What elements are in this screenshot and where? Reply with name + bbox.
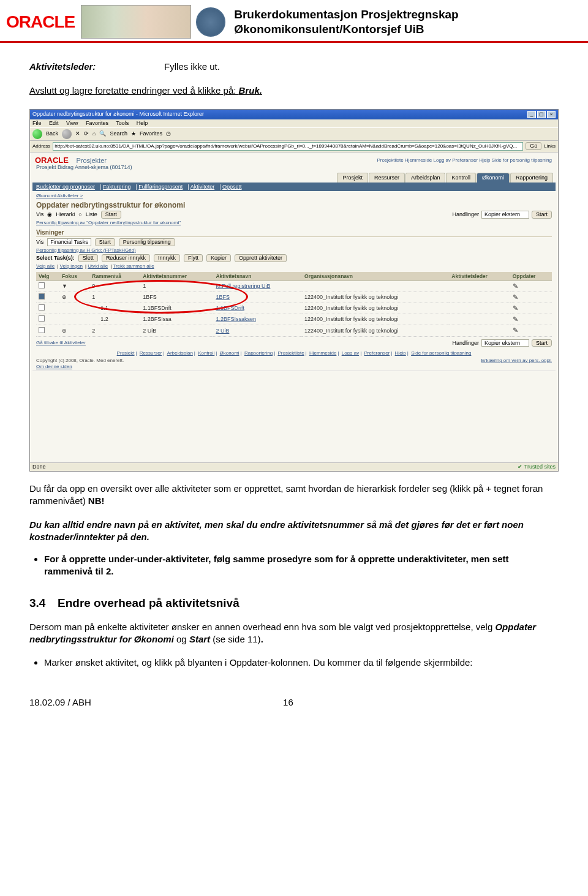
browser-menubar: File Edit View Favorites Tools Help: [30, 119, 558, 127]
bl-5[interactable]: Rapportering: [244, 350, 273, 356]
radio-hierarki[interactable]: ◉: [47, 211, 52, 218]
focus-icon[interactable]: ⊕: [59, 325, 89, 336]
bl-2[interactable]: Arbeidsplan: [167, 350, 193, 356]
menu-file[interactable]: File: [32, 120, 42, 126]
btn-innrykk[interactable]: Innrykk: [154, 254, 180, 262]
close-icon[interactable]: ×: [547, 111, 556, 118]
cell-org: 122400_Institutt for fysikk og teknologi: [302, 303, 449, 314]
bl-9[interactable]: Preferanser: [364, 350, 390, 356]
pencil-icon[interactable]: ✎: [510, 325, 552, 336]
menu-view[interactable]: View: [66, 120, 78, 126]
bl-3[interactable]: Kontroll: [198, 350, 214, 356]
stop-icon[interactable]: ✕: [75, 130, 80, 137]
page-header: ORACLE Brukerdokumentasjon Prosjektregns…: [0, 0, 588, 43]
history-icon[interactable]: ◷: [166, 130, 171, 137]
top-links[interactable]: Prosjektliste Hjemmeside Logg av Prefera…: [32, 157, 556, 164]
tab-prosjekt[interactable]: Prosjekt: [337, 173, 368, 183]
menu-edit[interactable]: Edit: [49, 120, 59, 126]
pers-tilp-button[interactable]: Personlig tilpasning: [119, 238, 175, 246]
handlinger-select-2[interactable]: Kopier ekstern: [481, 339, 529, 347]
field-value: Fylles ikke ut.: [164, 61, 220, 72]
focus-icon[interactable]: ▼: [59, 280, 89, 292]
tab-okonomi[interactable]: Økonomi: [477, 173, 510, 183]
focus-icon[interactable]: [59, 303, 89, 314]
subtab-budsjetter[interactable]: Budsjetter og prognoser: [36, 184, 95, 190]
erklaering-link[interactable]: Erklæring om vern av pers. oppl.: [481, 358, 552, 363]
personalize-link-1[interactable]: Personlig tilpasning av "Oppdater nedbry…: [36, 220, 552, 226]
btn-reduser[interactable]: Reduser innrykk: [102, 254, 150, 262]
favorites-icon[interactable]: ★: [131, 130, 136, 137]
refresh-icon[interactable]: ⟳: [84, 130, 89, 137]
favorites-label[interactable]: Favorites: [140, 130, 162, 137]
bl-10[interactable]: Hjelp: [395, 350, 406, 356]
subtab-oppsett[interactable]: Oppsett: [222, 184, 242, 190]
link-velg-ingen[interactable]: Velg ingen: [60, 263, 83, 269]
bl-6[interactable]: Prosjektliste: [277, 350, 304, 356]
link-utvid[interactable]: Utvid alle: [88, 263, 108, 269]
cell-rammeniva: 1.1: [89, 303, 140, 314]
bl-11[interactable]: Side for personlig tilpasning: [411, 350, 471, 356]
bl-0[interactable]: Prosjekt: [117, 350, 135, 356]
radio-liste[interactable]: ○: [78, 211, 81, 218]
link-velg-alle[interactable]: Velg alle: [36, 263, 55, 269]
bl-1[interactable]: Ressurser: [140, 350, 162, 356]
address-input[interactable]: [53, 142, 523, 151]
go-button[interactable]: Go: [526, 142, 541, 150]
save-instruction: Avslutt og lagre foretatte endringer ved…: [29, 85, 559, 96]
subtab-fullf[interactable]: Fullføringsprosent: [138, 184, 183, 190]
links-label[interactable]: Links: [544, 143, 556, 149]
row-checkbox[interactable]: [39, 315, 45, 322]
handlinger-label: Handlinger: [452, 211, 479, 218]
row-checkbox[interactable]: [39, 304, 45, 311]
bl-7[interactable]: Hjemmeside: [309, 350, 336, 356]
tab-kontroll[interactable]: Kontroll: [446, 173, 476, 183]
hgrid-link[interactable]: Personlig tilpasning av H Grid: (FPTaskH…: [36, 247, 552, 254]
start-button[interactable]: Start: [101, 211, 121, 219]
pencil-icon[interactable]: ✎: [510, 303, 552, 314]
menu-help[interactable]: Help: [137, 120, 148, 126]
bl-4[interactable]: Økonomi: [220, 350, 239, 356]
menu-tools[interactable]: Tools: [116, 120, 129, 126]
focus-icon[interactable]: ⊕: [59, 292, 89, 303]
row-checkbox[interactable]: [39, 282, 45, 288]
maximize-icon[interactable]: ▢: [537, 111, 546, 118]
th-org: Organisasjonsnavn: [302, 272, 449, 281]
back-label[interactable]: Back: [46, 130, 58, 137]
start-button-4[interactable]: Start: [532, 339, 552, 347]
pencil-icon[interactable]: ✎: [510, 314, 552, 325]
vis2-select[interactable]: Financial Tasks: [47, 238, 91, 246]
row-checkbox[interactable]: [39, 327, 45, 333]
start-button-2[interactable]: Start: [532, 211, 552, 219]
pencil-icon[interactable]: ✎: [510, 280, 552, 292]
back-link[interactable]: Gå tilbake til Aktiviteter: [36, 340, 86, 346]
btn-kopier[interactable]: Kopier: [206, 254, 231, 262]
tab-ressurser[interactable]: Ressurser: [369, 173, 405, 183]
subtab-aktiv[interactable]: Aktiviteter: [190, 184, 215, 190]
start-button-3[interactable]: Start: [95, 238, 115, 246]
prosjekter-label: Prosjekter: [76, 157, 107, 164]
bl-8[interactable]: Logg av: [342, 350, 359, 356]
subtab-fakt[interactable]: Fakturering: [103, 184, 131, 190]
om-siden-link[interactable]: Om denne siden: [36, 364, 72, 369]
pencil-icon[interactable]: ✎: [510, 292, 552, 303]
table-header-row: Velg Fokus Rammenivå Aktivitetsnummer Ak…: [36, 272, 552, 281]
btn-flytt[interactable]: Flytt: [184, 254, 203, 262]
tab-rapportering[interactable]: Rapportering: [510, 173, 553, 183]
search-icon[interactable]: 🔍: [99, 130, 106, 137]
row-checkbox[interactable]: [39, 293, 45, 299]
home-icon[interactable]: ⌂: [92, 130, 96, 137]
btn-opprett[interactable]: Opprett aktiviteter: [235, 254, 287, 262]
handlinger-select[interactable]: Kopier ekstern: [481, 211, 529, 219]
back-icon[interactable]: [32, 129, 42, 139]
bullet-2: Marker ønsket aktivitet, og klikk på bly…: [44, 657, 559, 669]
focus-icon[interactable]: [59, 314, 89, 325]
tab-arbeidsplan[interactable]: Arbeidsplan: [405, 173, 446, 183]
btn-slett[interactable]: Slett: [78, 254, 98, 262]
breadcrumb[interactable]: Økonomi:Aktiviteter >: [36, 193, 552, 199]
menu-favorites[interactable]: Favorites: [86, 120, 108, 126]
minimize-icon[interactable]: _: [527, 111, 536, 118]
search-label[interactable]: Search: [110, 130, 127, 137]
copyright-row: Copyright (c) 2008, Oracle. Med enerett.…: [36, 358, 552, 369]
forward-icon[interactable]: [62, 129, 72, 139]
link-trekk[interactable]: Trekk sammen alle: [113, 263, 154, 269]
